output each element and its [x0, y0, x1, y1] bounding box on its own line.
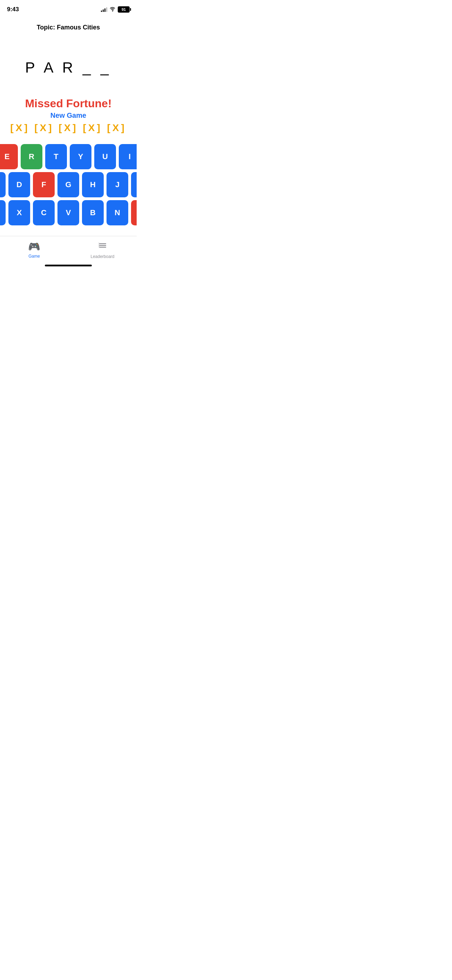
- game-messages: Missed Fortune! New Game [X] [X] [X] [X]…: [0, 97, 137, 137]
- key-s[interactable]: S: [0, 172, 6, 197]
- tab-leaderboard[interactable]: 1 2 3 Leaderboard: [89, 240, 117, 259]
- x-marks-display: [X] [X] [X] [X] [X]: [7, 123, 130, 134]
- key-t[interactable]: T: [45, 144, 67, 169]
- game-icon: 🎮: [28, 241, 40, 252]
- key-b[interactable]: B: [82, 200, 104, 225]
- key-e[interactable]: E: [0, 144, 18, 169]
- key-n[interactable]: N: [107, 200, 128, 225]
- key-i[interactable]: I: [119, 144, 137, 169]
- new-game-button[interactable]: New Game: [7, 111, 130, 119]
- tab-bar: 🎮 Game 1 2 3 Leaderboard: [0, 236, 137, 262]
- key-row: ZXCVBNM: [4, 200, 132, 225]
- home-indicator: [0, 262, 137, 268]
- key-row: ASDFGHJKL: [4, 172, 132, 197]
- key-k[interactable]: K: [131, 172, 137, 197]
- status-icons: 91: [101, 6, 130, 13]
- key-x[interactable]: X: [8, 200, 30, 225]
- home-bar: [45, 265, 92, 266]
- svg-rect-2: [99, 245, 106, 246]
- key-c[interactable]: C: [33, 200, 55, 225]
- wifi-icon: [109, 7, 116, 13]
- key-v[interactable]: V: [57, 200, 79, 225]
- tab-game-label: Game: [29, 254, 40, 259]
- svg-rect-1: [99, 243, 106, 244]
- key-d[interactable]: D: [8, 172, 30, 197]
- word-area: P A R _ _: [0, 31, 137, 97]
- tab-leaderboard-label: Leaderboard: [91, 254, 114, 259]
- key-m[interactable]: M: [131, 200, 137, 225]
- svg-text:3: 3: [99, 246, 100, 248]
- key-u[interactable]: U: [94, 144, 116, 169]
- key-h[interactable]: H: [82, 172, 104, 197]
- keyboard: QWERTYUIOPASDFGHJKLZXCVBNM: [0, 137, 137, 225]
- key-z[interactable]: Z: [0, 200, 6, 225]
- battery-icon: 91: [118, 6, 130, 13]
- key-j[interactable]: J: [107, 172, 128, 197]
- svg-rect-3: [99, 247, 106, 248]
- status-bar: 9:43 91: [0, 0, 137, 17]
- svg-point-0: [112, 11, 113, 11]
- word-display: P A R _ _: [25, 59, 111, 76]
- signal-icon: [101, 7, 107, 12]
- key-row: QWERTYUIOP: [4, 144, 132, 169]
- key-r[interactable]: R: [21, 144, 42, 169]
- status-time: 9:43: [7, 6, 19, 13]
- tab-game[interactable]: 🎮 Game: [20, 241, 48, 259]
- key-g[interactable]: G: [57, 172, 79, 197]
- leaderboard-icon: 1 2 3: [98, 240, 108, 253]
- topic-label: Topic: Famous Cities: [37, 24, 100, 31]
- key-y[interactable]: Y: [70, 144, 91, 169]
- key-f[interactable]: F: [33, 172, 55, 197]
- missed-fortune-text: Missed Fortune!: [7, 97, 130, 110]
- topic-area: Topic: Famous Cities: [0, 17, 137, 31]
